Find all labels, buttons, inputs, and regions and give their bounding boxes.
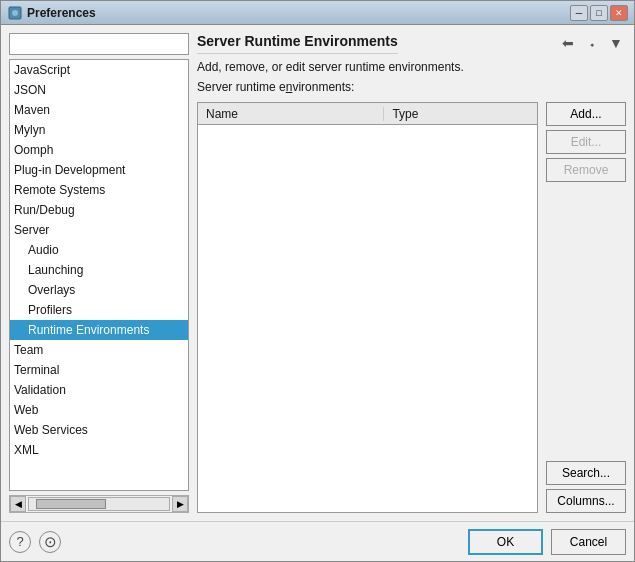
svg-point-1	[12, 10, 18, 16]
footer: ? ⊙ OK Cancel	[1, 521, 634, 561]
tree-item[interactable]: Remote Systems	[10, 180, 188, 200]
nav-back-button[interactable]: ⬅	[558, 33, 578, 53]
tree-item[interactable]: Run/Debug	[10, 200, 188, 220]
environments-table: Name Type	[197, 102, 538, 513]
scroll-left-arrow[interactable]: ◀	[10, 496, 26, 512]
tree-item[interactable]: Validation	[10, 380, 188, 400]
preferences-window: Preferences ─ □ ✕ JavaScriptJSONMavenMyl…	[0, 0, 635, 562]
right-panel: Server Runtime Environments ⬅ ⬩ ▼ Add, r…	[197, 33, 626, 513]
column-type: Type	[384, 107, 426, 121]
content-area: JavaScriptJSONMavenMylynOomphPlug-in Dev…	[1, 25, 634, 521]
footer-left: ? ⊙	[9, 531, 460, 553]
left-panel: JavaScriptJSONMavenMylynOomphPlug-in Dev…	[9, 33, 189, 513]
tree-item[interactable]: JSON	[10, 80, 188, 100]
remove-button[interactable]: Remove	[546, 158, 626, 182]
tree-item[interactable]: Terminal	[10, 360, 188, 380]
sub-label: Server runtime environments:	[197, 80, 626, 94]
tree-item[interactable]: Oomph	[10, 140, 188, 160]
add-button[interactable]: Add...	[546, 102, 626, 126]
search-button[interactable]: Search...	[546, 461, 626, 485]
minimize-button[interactable]: ─	[570, 5, 588, 21]
tree-item[interactable]: Launching	[10, 260, 188, 280]
tree-item[interactable]: XML	[10, 440, 188, 460]
tree-item[interactable]: Profilers	[10, 300, 188, 320]
preferences-icon-button[interactable]: ⊙	[39, 531, 61, 553]
tree-item[interactable]: Plug-in Development	[10, 160, 188, 180]
window-icon	[7, 5, 23, 21]
underline-n: n	[286, 80, 293, 94]
help-button[interactable]: ?	[9, 531, 31, 553]
ok-button[interactable]: OK	[468, 529, 543, 555]
tree-item[interactable]: Server	[10, 220, 188, 240]
column-name: Name	[198, 107, 384, 121]
tree-item[interactable]: Audio	[10, 240, 188, 260]
description-text: Add, remove, or edit server runtime envi…	[197, 60, 626, 74]
edit-button[interactable]: Edit...	[546, 130, 626, 154]
tree-item[interactable]: Overlays	[10, 280, 188, 300]
table-body	[198, 125, 537, 512]
nav-forward-button[interactable]: ⬩	[582, 33, 602, 53]
maximize-button[interactable]: □	[590, 5, 608, 21]
title-bar: Preferences ─ □ ✕	[1, 1, 634, 25]
close-button[interactable]: ✕	[610, 5, 628, 21]
window-title: Preferences	[27, 6, 570, 20]
nav-bar: ⬅ ⬩ ▼	[558, 33, 626, 53]
tree-item[interactable]: Maven	[10, 100, 188, 120]
scroll-right-arrow[interactable]: ▶	[172, 496, 188, 512]
table-header: Name Type	[198, 103, 537, 125]
panel-title: Server Runtime Environments	[197, 33, 398, 54]
horizontal-scrollbar[interactable]	[28, 497, 170, 511]
cancel-button[interactable]: Cancel	[551, 529, 626, 555]
columns-button[interactable]: Columns...	[546, 489, 626, 513]
tree-item[interactable]: Web Services	[10, 420, 188, 440]
panel-title-row: Server Runtime Environments ⬅ ⬩ ▼	[197, 33, 626, 54]
tree-item[interactable]: Mylyn	[10, 120, 188, 140]
title-bar-buttons: ─ □ ✕	[570, 5, 628, 21]
nav-dropdown-button[interactable]: ▼	[606, 33, 626, 53]
tree-item[interactable]: JavaScript	[10, 60, 188, 80]
tree-item[interactable]: Web	[10, 400, 188, 420]
search-input[interactable]	[9, 33, 189, 55]
table-and-buttons: Name Type Add... Edit... Remove Search..…	[197, 102, 626, 513]
tree-view: JavaScriptJSONMavenMylynOomphPlug-in Dev…	[9, 59, 189, 491]
tree-item[interactable]: Runtime Environments	[10, 320, 188, 340]
action-buttons: Add... Edit... Remove Search... Columns.…	[546, 102, 626, 513]
tree-item[interactable]: Team	[10, 340, 188, 360]
